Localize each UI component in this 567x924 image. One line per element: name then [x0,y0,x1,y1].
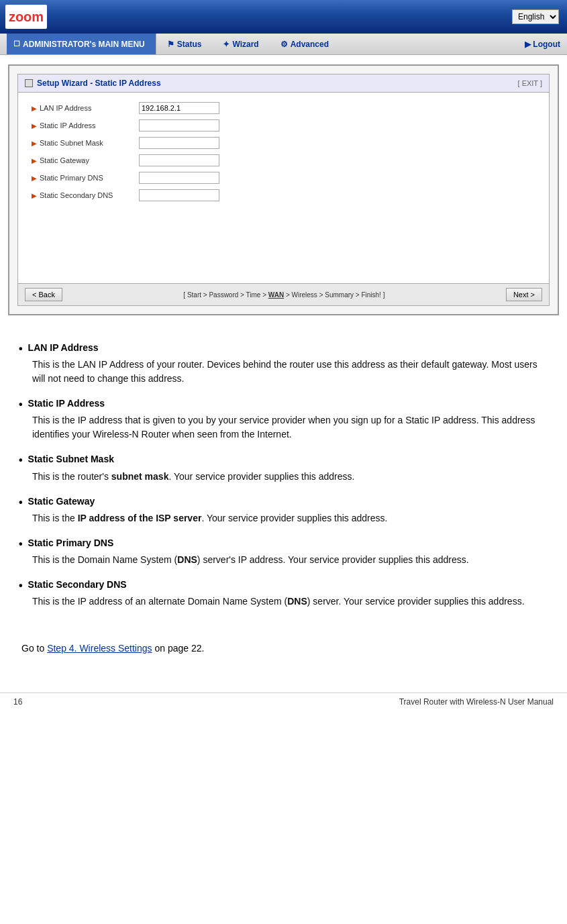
inline-bold-dns1: DNS [177,554,197,565]
manual-title: Travel Router with Wireless-N User Manua… [399,697,554,707]
main-menu-label: ADMINISTRATOR's MAIN MENU [23,40,145,49]
nav-logout[interactable]: ▶ Logout [525,40,560,49]
main-menu-icon: ☐ [13,40,20,48]
navigation-bar: ☐ ADMINISTRATOR's MAIN MENU ⚑ Status ✦ W… [0,34,567,55]
wizard-bottom-nav: < Back [ Start > Password > Time > WAN >… [18,283,549,305]
form-row-primary-dns: ▶ Static Primary DNS [32,172,535,184]
exit-link[interactable]: [ EXIT ] [518,79,542,87]
wizard-title-icon [25,79,33,87]
form-spacer [18,216,549,283]
next-button[interactable]: Next > [506,288,542,301]
inline-bold-gateway: IP address of the ISP server [78,513,202,523]
desc-item-primary-dns: • Static Primary DNS This is the Domain … [21,537,546,567]
nav-main-menu[interactable]: ☐ ADMINISTRATOR's MAIN MENU [7,34,156,54]
inline-bold-dns2: DNS [287,596,307,607]
label-arrow-icon: ▶ [32,105,37,112]
page-number: 16 [13,697,22,707]
desc-text-lan-ip: This is the LAN IP Address of your route… [32,358,546,386]
static-ip-input[interactable] [139,119,219,132]
form-row-gateway: ▶ Static Gateway [32,154,535,166]
form-row-subnet: ▶ Static Subnet Mask [32,137,535,149]
inline-bold-subnet: subnet mask [111,471,169,482]
desc-item-static-ip: • Static IP Address This is the IP addre… [21,398,546,442]
desc-text-primary-dns: This is the Domain Name System (DNS) ser… [32,553,546,567]
lan-ip-input[interactable] [139,102,219,114]
status-icon: ⚑ [167,40,174,49]
setup-wizard-title: Setup Wizard - Static IP Address [25,79,161,88]
logout-arrow-icon: ▶ [525,40,531,49]
desc-title-lan-ip: • LAN IP Address [21,342,546,355]
nav-advanced[interactable]: ⚙ Advanced [270,34,340,54]
desc-text-secondary-dns: This is the IP address of an alternate D… [32,595,546,609]
desc-text-static-ip: This is the IP address that is given to … [32,413,546,442]
primary-dns-input[interactable] [139,172,219,184]
secondary-dns-label: ▶ Static Secondary DNS [32,191,139,199]
bullet-icon: • [19,342,23,355]
language-dropdown[interactable]: English [512,9,559,24]
desc-title-static-ip: • Static IP Address [21,398,546,411]
current-step: WAN [268,291,284,299]
desc-title-primary-dns: • Static Primary DNS [21,537,546,550]
subnet-mask-input[interactable] [139,137,219,149]
bullet-icon: • [19,579,23,592]
desc-title-subnet: • Static Subnet Mask [21,454,546,466]
goto-link[interactable]: Step 4. Wireless Settings [47,643,152,654]
form-row-secondary-dns: ▶ Static Secondary DNS [32,189,535,201]
goto-suffix: on page 22. [152,643,205,654]
desc-item-subnet: • Static Subnet Mask This is the router'… [21,454,546,483]
bullet-icon: • [19,454,23,466]
back-button[interactable]: < Back [25,288,62,301]
label-arrow-icon: ▶ [32,157,37,164]
description-list: • LAN IP Address This is the LAN IP Addr… [8,336,559,634]
desc-title-secondary-dns: • Static Secondary DNS [21,579,546,592]
label-arrow-icon: ▶ [32,192,37,199]
label-arrow-icon: ▶ [32,140,37,147]
desc-text-gateway: This is the IP address of the ISP server… [32,511,546,525]
zoom-logo: zoom [5,5,47,29]
desc-item-lan-ip: • LAN IP Address This is the LAN IP Addr… [21,342,546,386]
router-ui-box: Setup Wizard - Static IP Address [ EXIT … [8,64,559,315]
label-arrow-icon: ▶ [32,174,37,182]
primary-dns-label: ▶ Static Primary DNS [32,174,139,182]
logout-label: Logout [533,40,560,49]
desc-title-gateway: • Static Gateway [21,496,546,509]
bullet-icon: • [19,398,23,411]
logo-text: zoom [9,9,44,25]
goto-text: Go to Step 4. Wireless Settings on page … [8,641,559,656]
goto-prefix: Go to [21,643,47,654]
subnet-mask-label: ▶ Static Subnet Mask [32,139,139,147]
wizard-label: Wizard [232,40,258,49]
setup-wizard-header: Setup Wizard - Static IP Address [ EXIT … [18,74,549,93]
secondary-dns-input[interactable] [139,189,219,201]
nav-wizard[interactable]: ✦ Wizard [212,34,269,54]
bullet-icon: • [19,496,23,509]
advanced-icon: ⚙ [280,40,288,49]
static-ip-label: ▶ Static IP Address [32,121,139,130]
gateway-label: ▶ Static Gateway [32,156,139,164]
form-row-static-ip: ▶ Static IP Address [32,119,535,132]
wizard-icon: ✦ [223,40,229,49]
gateway-input[interactable] [139,154,219,166]
setup-wizard-panel: Setup Wizard - Static IP Address [ EXIT … [17,74,550,306]
lan-ip-label: ▶ LAN IP Address [32,104,139,112]
page-footer: 16 Travel Router with Wireless-N User Ma… [0,692,567,711]
label-arrow-icon: ▶ [32,122,37,130]
desc-item-gateway: • Static Gateway This is the IP address … [21,496,546,525]
setup-wizard-title-text: Setup Wizard - Static IP Address [37,79,161,88]
nav-status[interactable]: ⚑ Status [156,34,213,54]
status-label: Status [177,40,202,49]
desc-item-secondary-dns: • Static Secondary DNS This is the IP ad… [21,579,546,609]
form-row-lan-ip: ▶ LAN IP Address [32,102,535,114]
form-area: ▶ LAN IP Address ▶ Static IP Address ▶ [18,93,549,216]
bullet-icon: • [19,537,23,550]
language-selector[interactable]: English [512,9,559,24]
advanced-label: Advanced [291,40,329,49]
wizard-steps: [ Start > Password > Time > WAN > Wirele… [183,291,384,299]
desc-text-subnet: This is the router's subnet mask. Your s… [32,470,546,484]
